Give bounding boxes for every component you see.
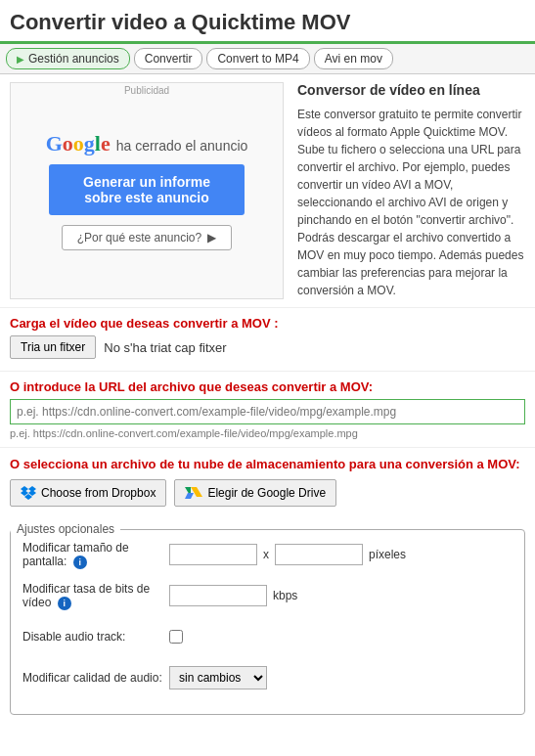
content-area: Publicidad Google ha cerrado el anuncio … [0, 74, 535, 307]
audio-quality-row: Modificar calidad de audio: sin cambios [22, 663, 513, 692]
dropbox-icon [21, 486, 36, 500]
disable-audio-checkbox[interactable] [169, 630, 183, 644]
no-file-text: No s'ha triat cap fitxer [104, 340, 226, 355]
tab-label: Gestión anuncios [28, 52, 119, 66]
audio-quality-label: Modificar calidad de audio: [22, 671, 169, 685]
bit-rate-input[interactable] [169, 585, 267, 606]
upload-section: Carga el vídeo que deseas convertir a MO… [0, 307, 535, 371]
google-logo: Google [46, 131, 111, 156]
bit-rate-info-icon[interactable]: i [58, 597, 71, 610]
url-input[interactable] [10, 399, 525, 424]
disable-audio-label: Disable audio track: [22, 630, 169, 644]
cloud-label: O selecciona un archivo de tu nube de al… [10, 456, 525, 473]
screen-width-input[interactable] [169, 544, 257, 565]
bit-rate-row: Modificar tasa de bits de vídeo i kbps [22, 581, 513, 610]
bit-rate-label: Modificar tasa de bits de vídeo i [22, 582, 169, 610]
arrow-icon: ▶ [207, 231, 216, 245]
screen-height-input[interactable] [275, 544, 363, 565]
gdrive-label: Elegir de Google Drive [207, 486, 326, 500]
ad-label: Publicidad [124, 85, 169, 96]
info-panel: Conversor de vídeo en línea Este convers… [284, 82, 525, 299]
play-icon: ▶ [17, 54, 24, 65]
why-this-ad-button[interactable]: ¿Por qué este anuncio? ▶ [62, 225, 232, 250]
url-hint: p.ej. https://cdn.online-convert.com/exa… [10, 427, 525, 439]
cloud-buttons: Choose from Dropbox Elegir de Google Dri… [10, 479, 525, 507]
tab-avi-en-mov[interactable]: Avi en mov [314, 48, 393, 69]
url-label: O introduce la URL del archivo que desea… [10, 379, 525, 394]
ad-area: Publicidad Google ha cerrado el anuncio … [10, 82, 284, 299]
tab-convert-to-mp4[interactable]: Convert to MP4 [206, 48, 309, 69]
pixels-unit: píxeles [369, 548, 406, 561]
settings-inner: Modificar tamaño de pantalla: i x píxele… [11, 536, 524, 714]
generate-report-button[interactable]: Generar un informe sobre este anuncio [49, 164, 245, 215]
optional-settings: Ajustes opcionales Modificar tamaño de p… [10, 522, 525, 715]
upload-label: Carga el vídeo que deseas convertir a MO… [10, 316, 525, 331]
kbps-unit: kbps [273, 589, 297, 602]
screen-size-row: Modificar tamaño de pantalla: i x píxele… [22, 540, 513, 569]
gdrive-icon [185, 485, 202, 501]
info-title: Conversor de vídeo en línea [297, 82, 525, 98]
tab-convertir[interactable]: Convertir [134, 48, 203, 69]
svg-marker-6 [191, 487, 202, 497]
ad-closed-text: ha cerrado el anuncio [116, 138, 248, 154]
dropbox-button[interactable]: Choose from Dropbox [10, 479, 166, 507]
info-description: Este conversor gratuito te permite conve… [297, 106, 525, 299]
dropbox-label: Choose from Dropbox [41, 486, 156, 500]
disable-audio-row: Disable audio track: [22, 622, 513, 651]
tab-gestion-anuncios[interactable]: ▶ Gestión anuncios [6, 48, 130, 69]
why-ad-label: ¿Por qué este anuncio? [77, 231, 201, 245]
audio-quality-select[interactable]: sin cambios [169, 666, 267, 689]
x-separator: x [263, 548, 269, 561]
screen-size-label: Modificar tamaño de pantalla: i [22, 541, 169, 569]
choose-file-button[interactable]: Tria un fitxer [10, 335, 96, 359]
url-section: O introduce la URL del archivo que desea… [0, 371, 535, 447]
gdrive-button[interactable]: Elegir de Google Drive [174, 479, 336, 507]
file-upload-row: Tria un fitxer No s'ha triat cap fitxer [10, 335, 525, 359]
cloud-section: O selecciona un archivo de tu nube de al… [0, 447, 535, 514]
optional-settings-legend: Ajustes opcionales [11, 522, 120, 536]
page-title: Convertir video a Quicktime MOV [0, 0, 535, 44]
nav-tabs: ▶ Gestión anuncios Convertir Convert to … [0, 44, 535, 74]
screen-size-info-icon[interactable]: i [73, 556, 87, 569]
